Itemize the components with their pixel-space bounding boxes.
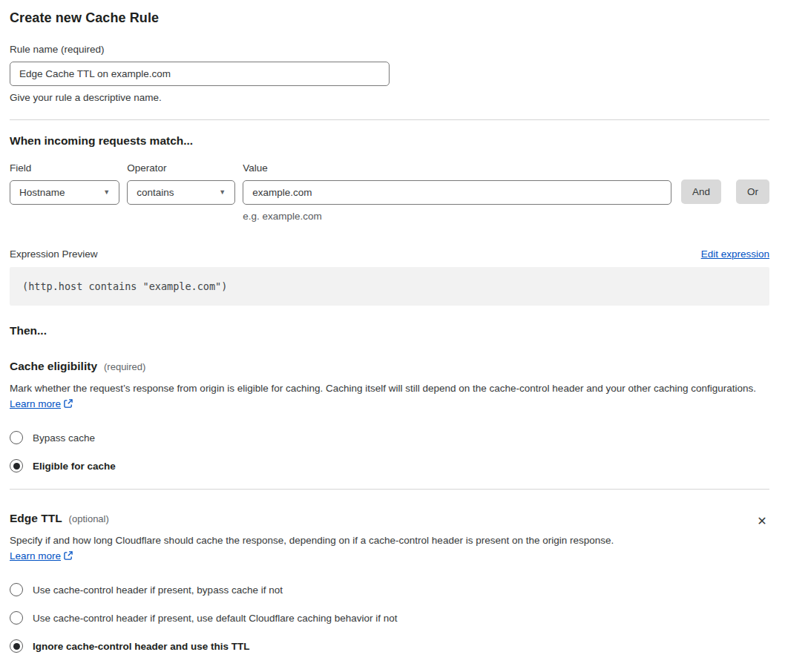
cache-eligibility-title-row: Cache eligibility (required) — [10, 360, 769, 373]
cache-eligibility-learn-more-link[interactable]: Learn more — [10, 398, 61, 409]
chevron-down-icon: ▼ — [103, 189, 110, 196]
operator-select-value: contains — [137, 187, 174, 198]
match-heading: When incoming requests match... — [10, 134, 769, 148]
chevron-down-icon: ▼ — [219, 189, 226, 196]
value-help: e.g. example.com — [243, 211, 671, 222]
cache-eligibility-description: Mark whether the request’s response from… — [10, 381, 758, 413]
radio-ignore-header-use-ttl[interactable]: Ignore cache-control header and use this… — [10, 639, 769, 653]
expression-preview-box: (http.host contains "example.com") — [10, 267, 769, 306]
radio-label: Use cache-control header if present, use… — [33, 613, 398, 624]
cache-eligibility-section: Cache eligibility (required) Mark whethe… — [10, 360, 769, 472]
edge-ttl-options: Use cache-control header if present, byp… — [10, 583, 769, 653]
operator-label: Operator — [127, 162, 235, 174]
field-select-value: Hostname — [19, 187, 65, 198]
radio-use-header-default[interactable]: Use cache-control header if present, use… — [10, 611, 769, 625]
edge-ttl-learn-more-link[interactable]: Learn more — [10, 550, 61, 561]
value-input[interactable] — [243, 180, 671, 205]
expression-preview-header: Expression Preview Edit expression — [10, 248, 769, 260]
edge-ttl-description-text: Specify if and how long Cloudflare shoul… — [10, 535, 614, 546]
rule-name-help: Give your rule a descriptive name. — [10, 92, 769, 103]
radio-use-header-bypass[interactable]: Use cache-control header if present, byp… — [10, 583, 769, 596]
radio-icon[interactable] — [10, 583, 23, 596]
value-label: Value — [243, 162, 671, 174]
field-select[interactable]: Hostname ▼ — [10, 180, 119, 205]
radio-icon[interactable] — [10, 459, 23, 472]
radio-icon[interactable] — [10, 639, 23, 653]
cache-eligibility-options: Bypass cache Eligible for cache — [10, 431, 769, 472]
close-icon[interactable]: ✕ — [755, 513, 769, 528]
edit-expression-link[interactable]: Edit expression — [701, 248, 769, 260]
cache-eligibility-description-text: Mark whether the request’s response from… — [10, 383, 756, 394]
radio-label: Ignore cache-control header and use this… — [33, 641, 250, 652]
cache-eligibility-qualifier: (required) — [104, 361, 145, 372]
value-column: Value e.g. example.com — [243, 162, 671, 222]
match-section: When incoming requests match... Field Ho… — [10, 134, 769, 306]
match-condition-row: Field Hostname ▼ Operator contains ▼ Val… — [10, 162, 769, 222]
section-divider — [10, 489, 769, 490]
external-link-icon — [63, 400, 73, 411]
cache-eligibility-title: Cache eligibility — [10, 360, 97, 373]
field-label: Field — [10, 162, 119, 174]
section-divider — [10, 119, 769, 120]
radio-label: Eligible for cache — [33, 461, 116, 472]
radio-icon[interactable] — [10, 431, 23, 444]
create-cache-rule-form: Create new Cache Rule Rule name (require… — [0, 0, 785, 672]
and-button[interactable]: And — [681, 179, 721, 204]
edge-ttl-title: Edge TTL — [10, 512, 62, 525]
edge-ttl-description: Specify if and how long Cloudflare shoul… — [10, 533, 633, 565]
then-heading: Then... — [10, 324, 769, 337]
rule-name-label: Rule name (required) — [10, 44, 769, 55]
edge-ttl-qualifier: (optional) — [69, 513, 109, 524]
or-button[interactable]: Or — [736, 179, 769, 204]
operator-select[interactable]: contains ▼ — [127, 180, 235, 205]
external-link-icon — [63, 552, 73, 563]
rule-name-input[interactable] — [10, 62, 390, 86]
edge-ttl-section: ✕ Edge TTL (optional) Specify if and how… — [10, 512, 769, 672]
radio-eligible-for-cache[interactable]: Eligible for cache — [10, 459, 769, 472]
edge-ttl-title-row: Edge TTL (optional) — [10, 512, 769, 525]
radio-label: Use cache-control header if present, byp… — [33, 584, 283, 596]
expression-preview-label: Expression Preview — [10, 248, 98, 260]
radio-label: Bypass cache — [33, 432, 95, 444]
expression-code: (http.host contains "example.com") — [22, 280, 227, 292]
operator-column: Operator contains ▼ — [127, 162, 235, 205]
page-title: Create new Cache Rule — [10, 10, 769, 26]
radio-icon[interactable] — [10, 611, 23, 625]
rule-name-group: Rule name (required) Give your rule a de… — [10, 44, 769, 103]
radio-bypass-cache[interactable]: Bypass cache — [10, 431, 769, 444]
field-column: Field Hostname ▼ — [10, 162, 119, 205]
